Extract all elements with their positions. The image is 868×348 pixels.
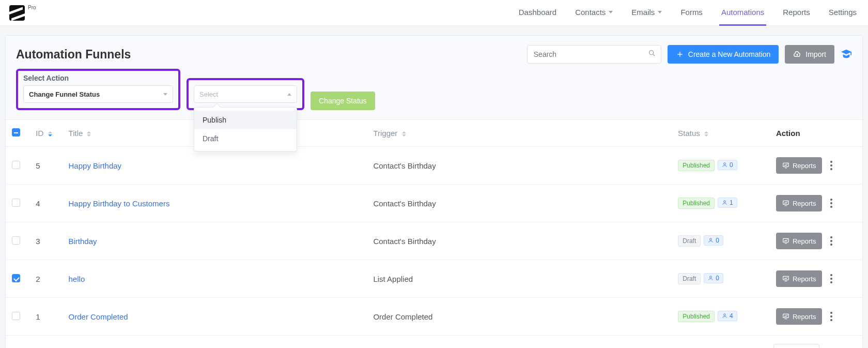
nav-automations[interactable]: Automations — [719, 0, 766, 26]
chevron-down-icon — [609, 11, 613, 13]
cell-id: 4 — [29, 185, 62, 222]
funnel-title-link[interactable]: Birthday — [69, 237, 97, 246]
more-actions-icon[interactable] — [830, 312, 832, 321]
brand: Pro — [9, 5, 36, 21]
status-option-draft[interactable]: Draft — [194, 129, 297, 148]
nav-reports[interactable]: Reports — [781, 0, 812, 26]
svg-rect-5 — [783, 163, 789, 167]
page-header-actions: Create a New Automation Import — [527, 45, 852, 64]
row-checkbox[interactable] — [12, 274, 20, 282]
nav-forms-label: Forms — [680, 8, 703, 17]
sort-icon — [48, 131, 52, 137]
funnel-title-link[interactable]: Order Completed — [69, 312, 128, 321]
cell-id: 3 — [29, 222, 62, 260]
nav-automations-label: Automations — [721, 8, 764, 17]
col-title-label: Title — [69, 129, 83, 138]
row-checkbox[interactable] — [12, 161, 20, 169]
status-badge: Draft — [678, 273, 701, 284]
table-row: 3BirthdayContact's BirthdayDraft0Reports — [6, 222, 862, 260]
nav-emails[interactable]: Emails — [629, 0, 664, 26]
col-trigger[interactable]: Trigger — [367, 120, 672, 147]
cell-id: 5 — [29, 147, 62, 185]
more-actions-icon[interactable] — [830, 161, 832, 170]
reports-button[interactable]: Reports — [776, 270, 823, 287]
change-status-button[interactable]: Change Status — [311, 92, 375, 110]
status-select-placeholder: Select — [199, 90, 218, 98]
brand-badge: Pro — [28, 5, 36, 10]
status-select[interactable]: Select — [194, 85, 297, 103]
status-badge: Draft — [678, 235, 701, 247]
nav-contacts[interactable]: Contacts — [573, 0, 615, 26]
funnel-title-link[interactable]: Happy Birthday to Customers — [69, 199, 170, 208]
funnel-title-link[interactable]: hello — [69, 275, 85, 283]
graduation-cap-icon[interactable] — [841, 48, 852, 61]
row-checkbox[interactable] — [12, 236, 20, 245]
nav-forms[interactable]: Forms — [678, 0, 705, 26]
change-status-label: Change Status — [319, 97, 367, 105]
col-action: Action — [770, 120, 862, 147]
reports-button[interactable]: Reports — [776, 308, 823, 325]
cell-trigger: Contact's Birthday — [367, 147, 672, 185]
search-wrap — [527, 45, 661, 64]
reports-button[interactable]: Reports — [776, 233, 823, 249]
reports-button[interactable]: Reports — [776, 195, 823, 211]
chevron-down-icon — [658, 11, 662, 13]
chevron-down-icon — [163, 93, 167, 96]
cell-id: 1 — [29, 298, 62, 336]
cell-trigger: Contact's Birthday — [367, 185, 672, 222]
select-all-checkbox[interactable] — [12, 128, 20, 137]
nav-reports-label: Reports — [783, 8, 810, 17]
nav-dashboard[interactable]: Dashboard — [517, 0, 559, 26]
chevron-up-icon — [287, 93, 291, 96]
page-header: Automation Funnels Create a New Automati… — [6, 36, 862, 64]
page-title: Automation Funnels — [16, 48, 131, 62]
bulk-action-row: Select Action Change Funnel Status Selec… — [6, 64, 862, 120]
plus-icon — [676, 50, 684, 58]
subscribers-badge[interactable]: 4 — [718, 311, 737, 321]
svg-point-6 — [724, 201, 726, 203]
status-badge: Published — [678, 160, 715, 171]
cell-trigger: List Applied — [367, 260, 672, 298]
brand-logo-icon — [9, 5, 25, 21]
main-nav: Dashboard Contacts Emails Forms Automati… — [517, 0, 859, 26]
subscribers-badge[interactable]: 1 — [718, 198, 737, 208]
table-row: 4Happy Birthday to CustomersContact's Bi… — [6, 185, 862, 222]
svg-point-0 — [649, 51, 653, 55]
cell-trigger: Contact's Birthday — [367, 222, 672, 260]
more-actions-icon[interactable] — [830, 236, 832, 246]
sort-icon — [402, 131, 406, 137]
action-select[interactable]: Change Funnel Status — [23, 85, 173, 103]
more-actions-icon[interactable] — [830, 199, 832, 208]
nav-settings-label: Settings — [829, 8, 857, 17]
svg-point-12 — [724, 314, 726, 316]
svg-line-1 — [653, 54, 655, 56]
subscribers-badge[interactable]: 0 — [704, 273, 723, 283]
subscribers-badge[interactable]: 0 — [718, 160, 737, 170]
col-trigger-label: Trigger — [373, 129, 397, 138]
row-checkbox[interactable] — [12, 199, 20, 207]
subscribers-badge[interactable]: 0 — [704, 235, 723, 246]
col-status[interactable]: Status — [672, 120, 770, 147]
nav-dashboard-label: Dashboard — [519, 8, 556, 17]
more-actions-icon[interactable] — [830, 274, 832, 283]
svg-rect-9 — [783, 238, 789, 242]
col-id[interactable]: ID — [29, 120, 62, 147]
status-option-publish[interactable]: Publish — [194, 111, 297, 129]
import-button[interactable]: Import — [785, 45, 834, 64]
create-automation-button[interactable]: Create a New Automation — [668, 45, 779, 64]
page-size-select[interactable]: 10/page — [773, 344, 819, 348]
status-badge: Published — [678, 198, 715, 209]
search-input[interactable] — [527, 45, 661, 64]
row-checkbox[interactable] — [12, 312, 20, 320]
page-card: Automation Funnels Create a New Automati… — [5, 35, 863, 348]
svg-rect-13 — [783, 314, 789, 317]
nav-settings[interactable]: Settings — [827, 0, 859, 26]
reports-button[interactable]: Reports — [776, 157, 823, 174]
create-automation-label: Create a New Automation — [688, 50, 771, 58]
table-row: 2helloList AppliedDraft0Reports — [6, 260, 862, 298]
svg-point-8 — [710, 238, 712, 240]
search-icon[interactable] — [648, 49, 656, 59]
status-dropdown: Publish Draft — [194, 107, 297, 152]
status-badge: Published — [678, 311, 715, 322]
funnel-title-link[interactable]: Happy Birthday — [69, 161, 122, 170]
